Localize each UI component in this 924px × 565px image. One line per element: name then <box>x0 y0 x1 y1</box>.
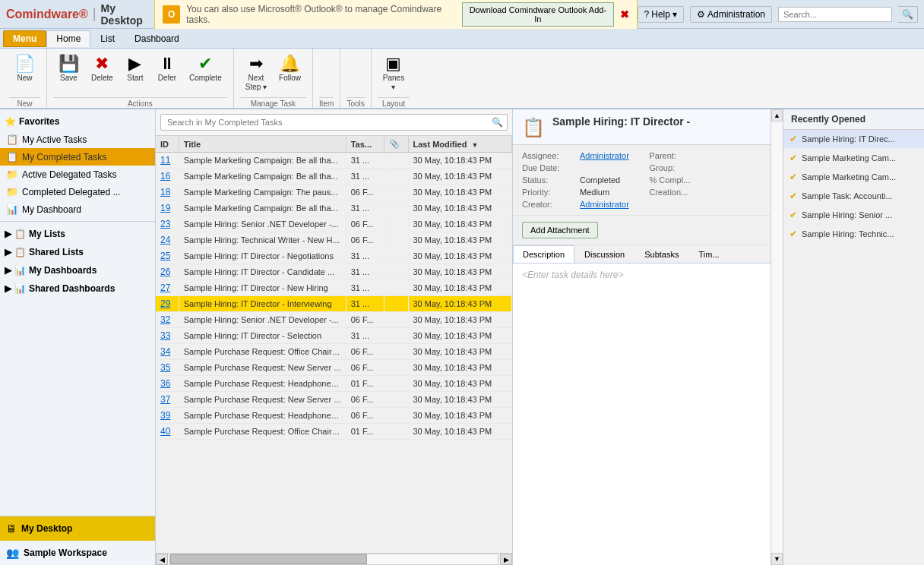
tab-timelog[interactable]: Tim... <box>688 245 729 263</box>
defer-button[interactable]: ⏸ Defer <box>152 52 182 87</box>
shared-lists-header[interactable]: ▶ 📋 Shared Lists <box>0 243 155 261</box>
task-id-link[interactable]: 33 <box>160 330 170 341</box>
cell-task: 31 ... <box>346 264 384 280</box>
cell-modified: 30 May, 10:18:43 PM <box>408 200 512 216</box>
table-row[interactable]: 34 Sample Purchase Request: Office Chair… <box>156 344 512 360</box>
task-id-link[interactable]: 39 <box>160 410 170 421</box>
detail-scroll-down-button[interactable]: ▼ <box>771 553 783 565</box>
add-attachment-button[interactable]: Add Attachment <box>522 222 598 238</box>
detail-scroll-up-button[interactable]: ▲ <box>771 109 783 122</box>
sidebar-item-delegated-tasks[interactable]: 📁 Active Delegated Tasks <box>0 166 155 183</box>
task-id-link[interactable]: 35 <box>160 362 170 373</box>
search-go-button[interactable]: 🔍 <box>898 6 918 23</box>
assignee-value[interactable]: Administrator <box>580 151 629 160</box>
scroll-track[interactable] <box>169 554 498 565</box>
recent-item[interactable]: ✔ Sample Hiring: Senior ... <box>783 206 924 225</box>
table-row[interactable]: 32 Sample Hiring: Senior .NET Developer … <box>156 312 512 328</box>
col-modified[interactable]: Last Modified ▼ <box>408 136 512 153</box>
tab-menu[interactable]: Menu <box>3 30 46 47</box>
table-row[interactable]: 24 Sample Hiring: Technical Writer - New… <box>156 232 512 248</box>
task-id-link[interactable]: 11 <box>160 155 170 166</box>
table-row[interactable]: 37 Sample Purchase Request: New Server .… <box>156 392 512 408</box>
sidebar-item-completed-tasks[interactable]: 📋 My Completed Tasks <box>0 148 155 166</box>
scroll-right-button[interactable]: ▶ <box>500 554 512 565</box>
outlook-download-button[interactable]: Download Comindware Outlook Add-In <box>462 2 613 27</box>
tab-subtasks[interactable]: Subtasks <box>634 245 688 263</box>
table-row[interactable]: 33 Sample Hiring: IT Director - Selectio… <box>156 328 512 344</box>
task-list-horizontal-scrollbar[interactable]: ◀ ▶ <box>156 553 512 565</box>
help-button[interactable]: ? Help ▾ <box>638 6 684 23</box>
tab-description[interactable]: Description <box>513 245 574 263</box>
my-lists-header[interactable]: ▶ 📋 My Lists <box>0 225 155 243</box>
table-row[interactable]: 18 Sample Marketing Campaign: The paus..… <box>156 185 512 200</box>
recent-item[interactable]: ✔ Sample Marketing Cam... <box>783 149 924 168</box>
table-row[interactable]: 23 Sample Hiring: Senior .NET Developer … <box>156 216 512 232</box>
task-id-link[interactable]: 26 <box>160 267 170 277</box>
recent-item[interactable]: ✔ Sample Marketing Cam... <box>783 168 924 187</box>
table-row[interactable]: 35 Sample Purchase Request: New Server .… <box>156 360 512 376</box>
new-button[interactable]: 📄 New <box>9 52 40 87</box>
task-id-link[interactable]: 19 <box>160 203 170 213</box>
task-id-link[interactable]: 24 <box>160 235 170 245</box>
shared-dashboards-header[interactable]: ▶ 📊 Shared Dashboards <box>0 279 155 298</box>
table-row[interactable]: 27 Sample Hiring: IT Director - New Hiri… <box>156 280 512 296</box>
sidebar-item-active-tasks[interactable]: 📋 My Active Tasks <box>0 131 155 148</box>
col-task[interactable]: Tas... <box>346 136 384 153</box>
task-id-link[interactable]: 23 <box>160 219 170 229</box>
scroll-thumb[interactable] <box>170 554 367 564</box>
my-dashboards-header[interactable]: ▶ 📊 My Dashboards <box>0 261 155 279</box>
task-id-link[interactable]: 16 <box>160 171 170 181</box>
recent-item[interactable]: ✔ Sample Task: Accounti... <box>783 187 924 206</box>
cell-task: 31 ... <box>346 248 384 264</box>
follow-button[interactable]: 🔔 Follow <box>274 52 306 87</box>
creator-value[interactable]: Administrator <box>580 200 629 209</box>
panes-button[interactable]: ▣ Panes▾ <box>378 52 410 96</box>
search-input[interactable] <box>778 7 892 22</box>
task-id-link[interactable]: 37 <box>160 394 170 405</box>
task-id-link[interactable]: 27 <box>160 282 170 293</box>
task-id-link[interactable]: 36 <box>160 378 170 389</box>
cell-title: Sample Hiring: IT Director - Interviewin… <box>179 296 346 312</box>
tab-list[interactable]: List <box>90 30 125 47</box>
next-step-button[interactable]: ➡ NextStep ▾ <box>240 52 272 96</box>
table-row[interactable]: 19 Sample Marketing Campaign: Be all tha… <box>156 200 512 216</box>
table-row[interactable]: 40 Sample Purchase Request: Office Chair… <box>156 424 512 440</box>
sidebar-item-completed-delegated[interactable]: 📁 Completed Delegated ... <box>0 183 155 200</box>
table-row[interactable]: 25 Sample Hiring: IT Director - Negotiat… <box>156 248 512 264</box>
save-button[interactable]: 💾 Save <box>53 52 84 87</box>
table-row[interactable]: 26 Sample Hiring: IT Director - Candidat… <box>156 264 512 280</box>
cell-task: 06 F... <box>346 185 384 200</box>
detail-scroll-track[interactable] <box>771 122 783 553</box>
task-id-link[interactable]: 40 <box>160 426 170 437</box>
start-button[interactable]: ▶ Start <box>120 52 150 87</box>
table-row[interactable]: 16 Sample Marketing Campaign: Be all tha… <box>156 169 512 185</box>
recent-item[interactable]: ✔ Sample Hiring: Technic... <box>783 225 924 244</box>
complete-button[interactable]: ✔ Complete <box>184 52 227 87</box>
task-id-link[interactable]: 34 <box>160 346 170 357</box>
table-row[interactable]: 29 Sample Hiring: IT Director - Intervie… <box>156 296 512 312</box>
task-id-link[interactable]: 18 <box>160 187 170 197</box>
delete-button[interactable]: ✖ Delete <box>86 52 119 87</box>
my-desktop-footer[interactable]: 🖥 My Desktop <box>0 516 155 541</box>
table-row[interactable]: 36 Sample Purchase Request: Headphones..… <box>156 376 512 392</box>
recent-item[interactable]: ✔ Sample Hiring: IT Direc... <box>783 130 924 149</box>
ribbon-manage-group-label: Manage Task <box>240 97 306 108</box>
tab-home[interactable]: Home <box>46 30 90 47</box>
tab-discussion[interactable]: Discussion <box>574 245 634 263</box>
sidebar-item-dashboard[interactable]: 📊 My Dashboard <box>0 200 155 218</box>
table-row[interactable]: 39 Sample Purchase Request: Headphones..… <box>156 408 512 424</box>
task-id-link[interactable]: 32 <box>160 314 170 325</box>
close-banner-button[interactable]: ✖ <box>620 8 629 21</box>
scroll-left-button[interactable]: ◀ <box>156 554 168 565</box>
task-id-link[interactable]: 29 <box>160 298 170 309</box>
col-attach[interactable]: 📎 <box>384 136 408 153</box>
col-id[interactable]: ID <box>156 136 179 153</box>
favorites-header[interactable]: ⭐ Favorites <box>0 112 155 131</box>
col-title[interactable]: Title <box>179 136 346 153</box>
table-row[interactable]: 11 Sample Marketing Campaign: Be all tha… <box>156 153 512 169</box>
task-id-link[interactable]: 25 <box>160 251 170 261</box>
tab-dashboard[interactable]: Dashboard <box>125 30 189 47</box>
administration-button[interactable]: ⚙ Administration <box>690 6 772 23</box>
sample-workspace-footer[interactable]: 👥 Sample Workspace <box>0 541 155 565</box>
task-search-input[interactable] <box>160 114 508 131</box>
